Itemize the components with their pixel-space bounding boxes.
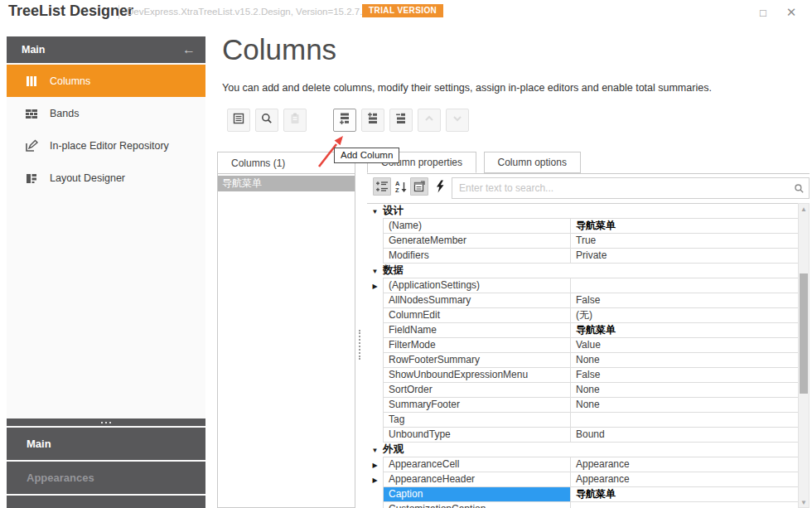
search-button[interactable] bbox=[255, 109, 278, 132]
scroll-down-icon[interactable]: ▼ bbox=[799, 497, 809, 507]
remove-column-button[interactable] bbox=[389, 109, 413, 132]
property-name[interactable]: Tag bbox=[383, 413, 570, 428]
scrollbar-thumb[interactable] bbox=[800, 273, 808, 394]
property-pages-icon[interactable] bbox=[410, 177, 428, 196]
sidebar-item-label: In-place Editor Repository bbox=[50, 140, 169, 152]
property-row[interactable]: GenerateMemberTrue bbox=[367, 234, 798, 249]
alphabetical-sort-icon[interactable]: AZ bbox=[392, 177, 410, 196]
property-category-row[interactable]: ▼设计 bbox=[367, 204, 798, 219]
property-row[interactable]: SortOrderNone bbox=[367, 383, 798, 398]
property-row[interactable]: FieldName导航菜单 bbox=[367, 323, 798, 338]
property-value[interactable]: 导航菜单 bbox=[570, 219, 798, 234]
property-row[interactable]: ModifiersPrivate bbox=[367, 249, 798, 264]
title-bar: TreeList Designer DevExpress.XtraTreeLis… bbox=[0, 0, 812, 25]
maximize-button[interactable]: □ bbox=[752, 3, 774, 22]
expand-arrow-icon[interactable]: ▶ bbox=[367, 457, 383, 472]
sidebar-splitter[interactable] bbox=[7, 418, 205, 426]
property-value[interactable]: False bbox=[570, 293, 798, 308]
property-row[interactable]: ColumnEdit(无) bbox=[367, 308, 798, 323]
property-name[interactable]: GenerateMember bbox=[383, 234, 570, 249]
sidebar-item-columns[interactable]: Columns bbox=[7, 65, 205, 97]
property-row[interactable]: FilterModeValue bbox=[367, 338, 798, 353]
sidebar-group-main[interactable]: Main bbox=[7, 428, 205, 460]
property-row[interactable]: RowFooterSummaryNone bbox=[367, 353, 798, 368]
property-value[interactable]: None bbox=[570, 398, 798, 413]
events-icon[interactable] bbox=[431, 177, 449, 196]
sidebar-item-layout-designer[interactable]: Layout Designer bbox=[7, 162, 205, 194]
scroll-up-icon[interactable]: ▲ bbox=[799, 204, 809, 214]
columns-icon bbox=[24, 74, 39, 89]
property-value[interactable]: 导航菜单 bbox=[570, 323, 798, 338]
tab-column-options[interactable]: Column options bbox=[484, 152, 581, 173]
row-gutter bbox=[367, 428, 383, 443]
property-row[interactable]: ▶(ApplicationSettings) bbox=[367, 278, 798, 293]
property-row[interactable]: CustomizationCaption bbox=[367, 502, 798, 508]
property-name[interactable]: (ApplicationSettings) bbox=[383, 278, 570, 293]
property-row[interactable]: UnboundTypeBound bbox=[367, 428, 798, 443]
sidebar-group-partial[interactable] bbox=[7, 496, 205, 508]
category-name[interactable]: 数据 bbox=[383, 264, 798, 278]
collapse-arrow-icon[interactable]: ▼ bbox=[367, 443, 383, 457]
property-value[interactable]: Value bbox=[570, 338, 798, 353]
property-name[interactable]: Modifiers bbox=[383, 249, 570, 264]
property-value[interactable]: 导航菜单 bbox=[570, 487, 798, 502]
property-row[interactable]: Caption导航菜单 bbox=[367, 487, 798, 502]
property-name[interactable]: RowFooterSummary bbox=[383, 353, 570, 368]
expand-arrow-icon[interactable]: ▶ bbox=[367, 278, 383, 293]
expand-arrow-icon[interactable]: ▶ bbox=[367, 472, 383, 487]
property-category-row[interactable]: ▼外观 bbox=[367, 443, 798, 457]
property-value[interactable]: Appearance bbox=[570, 457, 798, 472]
property-grid-scrollbar[interactable]: ▲ ▼ bbox=[798, 203, 810, 508]
property-name[interactable]: CustomizationCaption bbox=[383, 502, 570, 508]
property-value[interactable]: Bound bbox=[570, 428, 798, 443]
property-category-row[interactable]: ▼数据 bbox=[367, 264, 798, 278]
collapse-arrow-icon[interactable]: ▼ bbox=[367, 264, 383, 278]
property-row[interactable]: SummaryFooterNone bbox=[367, 398, 798, 413]
property-name[interactable]: AppearanceCell bbox=[383, 457, 570, 472]
property-row[interactable]: ▶AppearanceCellAppearance bbox=[367, 457, 798, 472]
window-title: TreeList Designer bbox=[8, 2, 133, 20]
back-arrow-icon[interactable]: ← bbox=[182, 42, 196, 57]
categorized-icon[interactable] bbox=[373, 177, 391, 196]
list-button[interactable] bbox=[227, 109, 250, 132]
collapse-arrow-icon[interactable]: ▼ bbox=[367, 204, 383, 219]
property-value[interactable] bbox=[570, 413, 798, 428]
sidebar-group-appearances[interactable]: Appearances bbox=[7, 462, 205, 494]
category-name[interactable]: 外观 bbox=[383, 443, 798, 457]
property-value[interactable]: False bbox=[570, 368, 798, 383]
property-name[interactable]: SortOrder bbox=[383, 383, 570, 398]
property-value[interactable]: None bbox=[570, 353, 798, 368]
property-name[interactable]: ColumnEdit bbox=[383, 308, 570, 323]
property-name[interactable]: UnboundType bbox=[383, 428, 570, 443]
property-name[interactable]: Caption bbox=[383, 487, 570, 502]
property-name[interactable]: ShowUnboundExpressionMenu bbox=[383, 368, 570, 383]
property-value[interactable]: (无) bbox=[570, 308, 798, 323]
tab-columns-label: Columns (1) bbox=[231, 157, 285, 169]
property-name[interactable]: AllNodesSummary bbox=[383, 293, 570, 308]
sidebar-item-bands[interactable]: Bands bbox=[7, 97, 205, 129]
column-list-item[interactable]: 导航菜单 bbox=[218, 176, 355, 191]
property-value[interactable] bbox=[570, 278, 798, 293]
insert-column-button[interactable] bbox=[361, 109, 384, 132]
category-name[interactable]: 设计 bbox=[383, 204, 798, 219]
property-name[interactable]: (Name) bbox=[383, 219, 570, 234]
close-button[interactable]: ✕ bbox=[781, 3, 802, 22]
add-column-button[interactable] bbox=[333, 109, 356, 132]
sidebar-item-inplace-editor-repository[interactable]: In-place Editor Repository bbox=[7, 129, 205, 162]
property-value[interactable]: None bbox=[570, 383, 798, 398]
property-row[interactable]: Tag bbox=[367, 413, 798, 428]
property-name[interactable]: AppearanceHeader bbox=[383, 472, 570, 487]
property-value[interactable] bbox=[570, 502, 798, 508]
property-value[interactable]: Appearance bbox=[570, 472, 798, 487]
property-row[interactable]: (Name)导航菜单 bbox=[367, 219, 798, 234]
property-name[interactable]: FieldName bbox=[383, 323, 570, 338]
property-value[interactable]: True bbox=[570, 234, 798, 249]
property-row[interactable]: ShowUnboundExpressionMenuFalse bbox=[367, 368, 798, 383]
search-input[interactable] bbox=[452, 177, 810, 199]
property-name[interactable]: FilterMode bbox=[383, 338, 570, 353]
property-value[interactable]: Private bbox=[570, 249, 798, 264]
property-row[interactable]: AllNodesSummaryFalse bbox=[367, 293, 798, 308]
panel-splitter[interactable] bbox=[359, 330, 360, 360]
property-row[interactable]: ▶AppearanceHeaderAppearance bbox=[367, 472, 798, 487]
property-name[interactable]: SummaryFooter bbox=[383, 398, 570, 413]
